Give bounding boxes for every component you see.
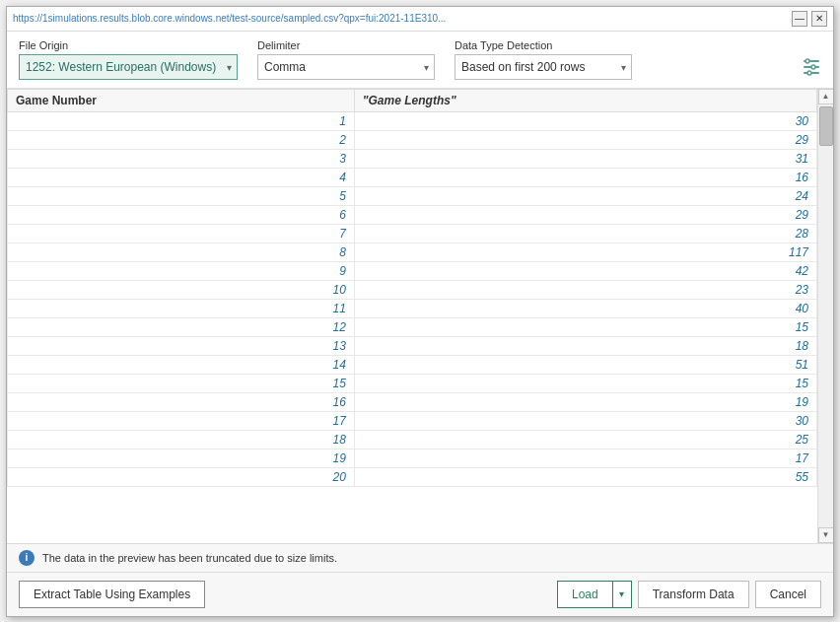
cell-game-length: 42 — [354, 261, 816, 280]
cell-game-length: 29 — [354, 205, 816, 224]
table-row: 8117 — [8, 242, 817, 261]
cell-game-length: 17 — [354, 449, 816, 467]
cell-game-length: 40 — [354, 299, 816, 317]
table-row: 1619 — [8, 392, 817, 411]
cell-game-number: 1 — [8, 111, 355, 130]
cell-game-number: 5 — [8, 186, 355, 205]
table-row: 2055 — [8, 467, 817, 486]
window-controls: — ✕ — [792, 11, 827, 27]
table-row: 1515 — [8, 374, 817, 392]
settings-icon-area[interactable] — [802, 57, 821, 80]
delimiter-select[interactable]: Comma — [257, 54, 435, 80]
table-row: 1215 — [8, 317, 817, 336]
file-origin-label: File Origin — [19, 39, 238, 51]
table-area: Game Number "Game Lengths" 1302293314165… — [7, 89, 833, 543]
cell-game-number: 2 — [8, 130, 355, 149]
scrollbar[interactable]: ▲ ▼ — [817, 89, 833, 543]
info-icon: i — [19, 550, 35, 566]
table-row: 1140 — [8, 299, 817, 317]
cell-game-number: 6 — [8, 205, 355, 224]
table-row: 1730 — [8, 411, 817, 430]
table-row: 1825 — [8, 430, 817, 449]
delimiter-label: Delimiter — [257, 39, 435, 51]
file-origin-select-wrapper[interactable]: 1252: Western European (Windows) — [19, 54, 238, 80]
cell-game-number: 9 — [8, 261, 355, 280]
data-type-label: Data Type Detection — [455, 39, 632, 51]
cell-game-length: 117 — [354, 242, 816, 261]
data-type-group: Data Type Detection Based on first 200 r… — [455, 39, 632, 80]
cell-game-number: 12 — [8, 317, 355, 336]
cell-game-length: 29 — [354, 130, 816, 149]
table-row: 1451 — [8, 355, 817, 374]
file-origin-select[interactable]: 1252: Western European (Windows) — [19, 54, 238, 80]
table-row: 524 — [8, 186, 817, 205]
file-origin-group: File Origin 1252: Western European (Wind… — [19, 39, 238, 80]
table-row: 1917 — [8, 449, 817, 467]
table-row: 728 — [8, 224, 817, 242]
cell-game-number: 7 — [8, 224, 355, 242]
cell-game-length: 18 — [354, 336, 816, 355]
cell-game-number: 8 — [8, 242, 355, 261]
col-game-lengths: "Game Lengths" — [354, 89, 816, 111]
data-table: Game Number "Game Lengths" 1302293314165… — [7, 89, 817, 487]
col-game-number: Game Number — [8, 89, 355, 111]
footer-left: Extract Table Using Examples — [19, 581, 549, 608]
extract-table-button[interactable]: Extract Table Using Examples — [19, 581, 205, 608]
delimiter-select-wrapper[interactable]: Comma — [257, 54, 435, 80]
cell-game-number: 15 — [8, 374, 355, 392]
load-dropdown-button[interactable]: ▾ — [612, 581, 632, 608]
footer-right: Load ▾ Transform Data Cancel — [557, 581, 821, 608]
cell-game-number: 14 — [8, 355, 355, 374]
cell-game-number: 16 — [8, 392, 355, 411]
table-body: 1302293314165246297288117942102311401215… — [8, 111, 817, 486]
load-button[interactable]: Load — [557, 581, 612, 608]
data-type-select-wrapper[interactable]: Based on first 200 rows — [455, 54, 632, 80]
scroll-up-arrow[interactable]: ▲ — [818, 89, 834, 104]
url-text: https://1simulations.results.blob.core.w… — [13, 13, 792, 24]
footer-bar: Extract Table Using Examples Load ▾ Tran… — [7, 572, 833, 616]
cell-game-number: 4 — [8, 168, 355, 186]
table-row: 1023 — [8, 280, 817, 299]
table-scroll[interactable]: Game Number "Game Lengths" 1302293314165… — [7, 89, 817, 543]
cell-game-length: 15 — [354, 317, 816, 336]
cell-game-number: 11 — [8, 299, 355, 317]
data-type-select[interactable]: Based on first 200 rows — [455, 54, 632, 80]
table-row: 1318 — [8, 336, 817, 355]
cell-game-length: 15 — [354, 374, 816, 392]
cell-game-length: 24 — [354, 186, 816, 205]
cell-game-length: 51 — [354, 355, 816, 374]
load-button-group: Load ▾ — [557, 581, 632, 608]
scroll-down-arrow[interactable]: ▼ — [818, 527, 834, 543]
cell-game-length: 31 — [354, 149, 816, 168]
cell-game-length: 25 — [354, 430, 816, 449]
cell-game-length: 16 — [354, 168, 816, 186]
title-bar: https://1simulations.results.blob.core.w… — [7, 7, 833, 32]
svg-point-5 — [807, 71, 811, 75]
info-bar: i The data in the preview has been trunc… — [7, 543, 833, 572]
table-row: 229 — [8, 130, 817, 149]
cell-game-number: 13 — [8, 336, 355, 355]
cell-game-number: 18 — [8, 430, 355, 449]
table-row: 331 — [8, 149, 817, 168]
cell-game-number: 10 — [8, 280, 355, 299]
table-row: 130 — [8, 111, 817, 130]
close-button[interactable]: ✕ — [811, 11, 827, 27]
transform-button[interactable]: Transform Data — [638, 581, 749, 608]
dialog-window: https://1simulations.results.blob.core.w… — [6, 6, 834, 617]
table-header: Game Number "Game Lengths" — [8, 89, 817, 111]
cancel-button[interactable]: Cancel — [755, 581, 821, 608]
cell-game-number: 19 — [8, 449, 355, 467]
options-row: File Origin 1252: Western European (Wind… — [7, 32, 833, 89]
cell-game-length: 30 — [354, 111, 816, 130]
svg-point-4 — [811, 65, 815, 69]
cell-game-number: 20 — [8, 467, 355, 486]
cell-game-length: 30 — [354, 411, 816, 430]
cell-game-length: 23 — [354, 280, 816, 299]
cell-game-length: 55 — [354, 467, 816, 486]
svg-point-3 — [805, 59, 809, 63]
scroll-thumb[interactable] — [819, 106, 833, 146]
minimize-button[interactable]: — — [792, 11, 807, 27]
delimiter-group: Delimiter Comma — [257, 39, 435, 80]
cell-game-number: 3 — [8, 149, 355, 168]
cell-game-number: 17 — [8, 411, 355, 430]
